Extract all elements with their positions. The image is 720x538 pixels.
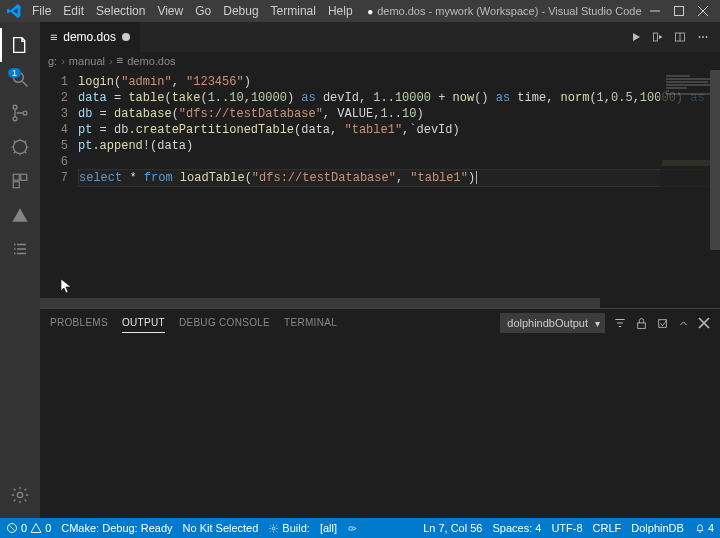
- breadcrumbs[interactable]: g: › manual › ≡ demo.dos: [40, 52, 720, 70]
- maximize-button[interactable]: [674, 6, 684, 16]
- svg-point-26: [272, 527, 275, 530]
- debug-icon[interactable]: [0, 130, 40, 164]
- code-content[interactable]: login("admin", "123456")data = table(tak…: [78, 70, 720, 298]
- run-button[interactable]: [630, 31, 642, 43]
- svg-rect-20: [638, 322, 646, 327]
- close-window-button[interactable]: [698, 6, 708, 16]
- svg-point-27: [349, 526, 353, 530]
- status-kit[interactable]: No Kit Selected: [183, 522, 259, 534]
- svg-point-6: [13, 105, 17, 109]
- svg-rect-14: [654, 33, 658, 41]
- svg-rect-10: [13, 174, 19, 180]
- source-control-icon[interactable]: [0, 96, 40, 130]
- status-notifications[interactable]: 4: [694, 522, 714, 534]
- menu-edit[interactable]: Edit: [57, 4, 90, 18]
- code-editor[interactable]: 1234567 login("admin", "123456")data = t…: [40, 70, 720, 298]
- status-bar: 0 0 CMake: Debug: Ready No Kit Selected …: [0, 518, 720, 538]
- clear-output-icon[interactable]: [656, 317, 669, 330]
- svg-point-7: [13, 117, 17, 121]
- dirty-dot-icon: [122, 33, 130, 41]
- panel-close-icon[interactable]: [698, 317, 710, 329]
- editor-hscrollbar[interactable]: [40, 298, 720, 308]
- triangle-ext-icon[interactable]: [0, 198, 40, 232]
- file-icon: ≡: [50, 30, 57, 44]
- output-channel-select[interactable]: dolphindbOutput: [500, 313, 605, 333]
- search-icon[interactable]: [0, 62, 40, 96]
- minimize-button[interactable]: [650, 6, 660, 16]
- status-language[interactable]: DolphinDB: [631, 522, 684, 534]
- bottom-panel: PROBLEMSOUTPUTDEBUG CONSOLETERMINAL dolp…: [40, 308, 720, 518]
- panel-tab-output[interactable]: OUTPUT: [122, 313, 165, 333]
- dirty-indicator-icon: ●: [367, 6, 373, 17]
- breadcrumb-folder[interactable]: manual: [69, 55, 105, 67]
- menu-help[interactable]: Help: [322, 4, 359, 18]
- status-encoding[interactable]: UTF-8: [551, 522, 582, 534]
- status-cmake[interactable]: CMake: Debug: Ready: [61, 522, 172, 534]
- explorer-badge: 1: [8, 68, 21, 78]
- activity-bar: 1: [0, 22, 40, 518]
- panel-tab-terminal[interactable]: TERMINAL: [284, 313, 337, 333]
- svg-point-17: [699, 36, 701, 38]
- editor-tabs: ≡ demo.dos: [40, 22, 720, 52]
- panel-tabs: PROBLEMSOUTPUTDEBUG CONSOLETERMINAL dolp…: [40, 309, 720, 337]
- explorer-icon[interactable]: [0, 28, 40, 62]
- tab-demo-dos[interactable]: ≡ demo.dos: [40, 22, 141, 52]
- window-controls: [650, 6, 714, 16]
- status-build[interactable]: Build:: [268, 522, 310, 534]
- line-gutter: 1234567: [40, 70, 78, 298]
- status-debug-launch[interactable]: [347, 523, 358, 534]
- panel-tab-debug-console[interactable]: DEBUG CONSOLE: [179, 313, 270, 333]
- more-actions-button[interactable]: [696, 31, 710, 43]
- tab-label: demo.dos: [63, 30, 116, 44]
- svg-point-18: [702, 36, 704, 38]
- svg-line-5: [23, 82, 28, 87]
- svg-rect-12: [13, 182, 19, 188]
- status-eol[interactable]: CRLF: [593, 522, 622, 534]
- status-spaces[interactable]: Spaces: 4: [492, 522, 541, 534]
- svg-rect-11: [21, 174, 27, 180]
- run-side-button[interactable]: [652, 31, 664, 43]
- settings-gear-icon[interactable]: [0, 478, 40, 512]
- svg-point-8: [23, 111, 27, 115]
- menu-go[interactable]: Go: [189, 4, 217, 18]
- menu-selection[interactable]: Selection: [90, 4, 151, 18]
- window-title: ●demo.dos - mywork (Workspace) - Visual …: [359, 5, 650, 17]
- panel-maximize-icon[interactable]: [677, 317, 690, 330]
- menu-terminal[interactable]: Terminal: [265, 4, 322, 18]
- svg-point-19: [706, 36, 708, 38]
- breadcrumb-file[interactable]: demo.dos: [127, 55, 175, 67]
- svg-point-13: [17, 492, 22, 497]
- chevron-right-icon: ›: [109, 55, 113, 67]
- editor-region: ≡ demo.dos g: › manual › ≡ demo.dos 1234…: [40, 22, 720, 518]
- extensions-icon[interactable]: [0, 164, 40, 198]
- title-bar: FileEditSelectionViewGoDebugTerminalHelp…: [0, 0, 720, 22]
- file-icon: ≡: [117, 54, 124, 67]
- lock-scroll-icon[interactable]: [635, 317, 648, 330]
- svg-rect-1: [675, 7, 684, 16]
- list-ext-icon[interactable]: [0, 232, 40, 266]
- menu-file[interactable]: File: [26, 4, 57, 18]
- vscode-logo-icon: [6, 3, 22, 19]
- menu-bar: FileEditSelectionViewGoDebugTerminalHelp: [26, 4, 359, 18]
- status-problems[interactable]: 0 0: [6, 522, 51, 534]
- svg-point-9: [13, 140, 26, 153]
- status-cursor[interactable]: Ln 7, Col 56: [423, 522, 482, 534]
- breadcrumb-root[interactable]: g:: [48, 55, 57, 67]
- menu-debug[interactable]: Debug: [217, 4, 264, 18]
- panel-tab-problems[interactable]: PROBLEMS: [50, 313, 108, 333]
- chevron-right-icon: ›: [61, 55, 65, 67]
- svg-line-25: [10, 526, 15, 531]
- output-body[interactable]: [40, 337, 720, 518]
- filter-icon[interactable]: [613, 316, 627, 330]
- editor-scrollbar[interactable]: [710, 70, 720, 298]
- menu-view[interactable]: View: [151, 4, 189, 18]
- split-editor-button[interactable]: [674, 31, 686, 43]
- status-build-target[interactable]: [all]: [320, 522, 337, 534]
